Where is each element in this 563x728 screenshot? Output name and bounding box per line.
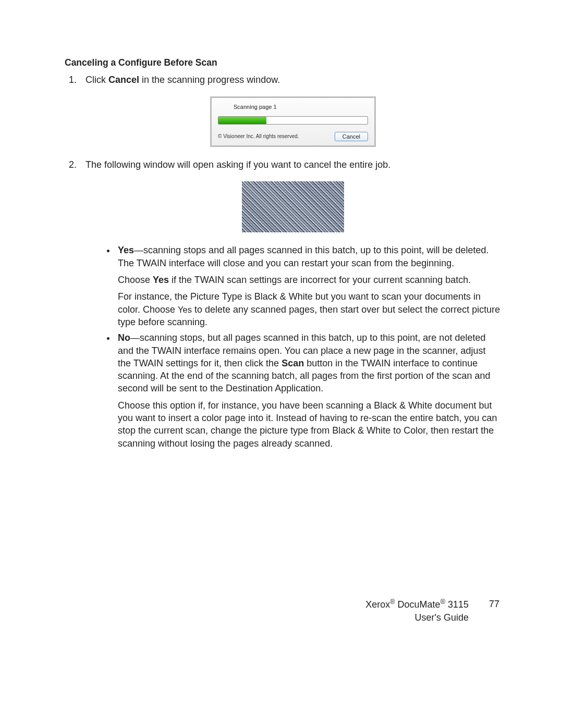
footer-guide: User's Guide <box>414 612 468 623</box>
no-dash: — <box>130 332 140 343</box>
yes-label: Yes <box>118 245 134 255</box>
step-1-bold: Cancel <box>108 75 139 85</box>
yes-dash: — <box>134 245 143 255</box>
page-footer: Xerox® DocuMate® 3115 User's Guide 77 <box>365 598 499 624</box>
bullet-no: No—scanning stops, but all pages scanned… <box>116 331 500 450</box>
confirm-dialog-placeholder <box>242 181 344 232</box>
progress-copyright: © Visioneer Inc. All rights reserved. <box>218 133 299 140</box>
cancel-button[interactable]: Cancel <box>335 132 368 141</box>
step-1-post: in the scanning progress window. <box>139 75 280 85</box>
bullet-yes: Yes—scanning stops and all pages scanned… <box>116 244 500 328</box>
yes-p3b: Yes <box>178 305 192 314</box>
page-number: 77 <box>489 598 499 610</box>
step-1: Click Cancel in the scanning progress wi… <box>79 73 500 147</box>
footer-product: Xerox® DocuMate® 3115 <box>365 599 469 610</box>
yes-p1: scanning stops and all pages scanned in … <box>118 245 488 268</box>
no-p2: Choose this option if, for instance, you… <box>118 399 500 450</box>
progress-bar <box>218 116 368 125</box>
step-1-pre: Click <box>85 75 108 85</box>
step-2: The following window will open asking if… <box>79 158 500 450</box>
no-p1b: Scan <box>282 358 304 368</box>
yes-p2a: Choose <box>118 275 153 285</box>
no-label: No <box>118 332 130 343</box>
progress-dialog: Scanning page 1 © Visioneer Inc. All rig… <box>210 96 376 147</box>
yes-p2b: Yes <box>153 275 169 285</box>
progress-status-text: Scanning page 1 <box>234 103 368 111</box>
section-heading: Canceling a Configure Before Scan <box>65 57 500 68</box>
yes-p2c: if the TWAIN scan settings are incorrect… <box>169 275 471 285</box>
step-2-text: The following window will open asking if… <box>85 159 390 170</box>
